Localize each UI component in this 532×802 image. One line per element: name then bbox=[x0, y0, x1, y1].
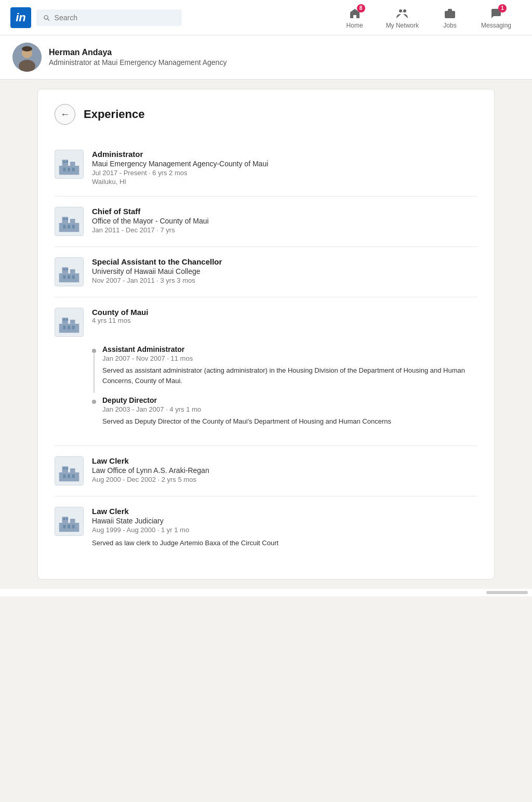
exp-item-law-clerk-judiciary: Law Clerk Hawaii State Judiciary Aug 199… bbox=[55, 496, 477, 559]
svg-rect-46 bbox=[70, 468, 75, 472]
home-badge: 8 bbox=[357, 4, 365, 12]
company-logo-svg bbox=[55, 150, 83, 178]
company-logo-uhmc bbox=[55, 257, 84, 286]
navbar: in 8 Home bbox=[0, 0, 532, 35]
exp-company: Office of the Mayor - County of Maui bbox=[92, 217, 477, 225]
nav-item-messaging[interactable]: 1 Messaging bbox=[471, 6, 522, 29]
svg-rect-56 bbox=[63, 524, 65, 528]
svg-rect-59 bbox=[63, 518, 65, 520]
sub-role-title: Deputy Director bbox=[102, 396, 477, 404]
svg-rect-22 bbox=[72, 225, 75, 229]
exp-dates: Aug 1999 - Aug 2000 · 1 yr 1 mo bbox=[92, 526, 477, 534]
svg-rect-55 bbox=[70, 519, 75, 523]
exp-dates: Nov 2007 - Jan 2011 · 3 yrs 3 mos bbox=[92, 277, 477, 284]
svg-rect-39 bbox=[68, 326, 70, 330]
svg-rect-60 bbox=[66, 518, 68, 520]
svg-rect-37 bbox=[70, 320, 75, 324]
svg-rect-57 bbox=[68, 524, 70, 528]
sub-role-dates: Jan 2007 - Nov 2007 · 11 mos bbox=[102, 354, 477, 362]
svg-rect-29 bbox=[63, 275, 65, 279]
sub-role-deputy-director: Deputy Director Jan 2003 - Jan 2007 · 4 … bbox=[92, 396, 477, 427]
county-name: County of Maui bbox=[92, 308, 148, 317]
svg-rect-20 bbox=[63, 225, 65, 229]
company-logo-svg-6 bbox=[55, 507, 83, 535]
svg-rect-21 bbox=[68, 225, 70, 229]
exp-dates: Jul 2017 - Present · 6 yrs 2 mos bbox=[92, 169, 477, 177]
svg-rect-31 bbox=[72, 275, 75, 279]
exp-role: Administrator bbox=[92, 150, 477, 159]
exp-company: Hawaii State Judiciary bbox=[92, 517, 477, 525]
svg-rect-12 bbox=[68, 168, 70, 172]
svg-rect-49 bbox=[72, 474, 75, 478]
exp-dates: Aug 2000 - Dec 2002 · 2 yrs 5 mos bbox=[92, 476, 477, 483]
sub-role-desc: Served as Deputy Director of the County … bbox=[102, 416, 477, 427]
svg-rect-28 bbox=[70, 269, 75, 273]
nav-label-messaging: Messaging bbox=[481, 22, 511, 29]
exp-item-county-group: County of Maui 4 yrs 11 mos Assistant Ad… bbox=[55, 297, 477, 446]
exp-item-law-clerk-araki: Law Clerk Law Office of Lynn A.S. Araki-… bbox=[55, 446, 477, 496]
nav-item-my-network[interactable]: My Network bbox=[376, 6, 429, 29]
exp-dates: Jan 2011 - Dec 2017 · 7 yrs bbox=[92, 226, 477, 234]
exp-item-special-assistant: Special Assistant to the Chancellor Univ… bbox=[55, 247, 477, 297]
svg-rect-24 bbox=[66, 218, 68, 220]
avatar-image bbox=[12, 43, 42, 72]
profile-header: Herman Andaya Administrator at Maui Emer… bbox=[0, 35, 532, 80]
svg-rect-48 bbox=[68, 474, 70, 478]
svg-point-6 bbox=[22, 46, 32, 51]
experience-title: Experience bbox=[84, 108, 144, 121]
search-bar[interactable] bbox=[36, 9, 182, 26]
logo-text: in bbox=[16, 11, 26, 24]
nav-label-jobs: Jobs bbox=[443, 22, 456, 29]
exp-role: Law Clerk bbox=[92, 456, 477, 465]
exp-content-admin-mema: Administrator Maui Emergency Management … bbox=[92, 150, 477, 186]
scrollbar-area bbox=[0, 589, 532, 596]
exp-role: Special Assistant to the Chancellor bbox=[92, 257, 477, 266]
exp-role: Law Clerk bbox=[92, 507, 477, 516]
svg-point-5 bbox=[19, 60, 35, 72]
nav-icons: 8 Home My Network bbox=[334, 6, 522, 29]
back-arrow-icon: ← bbox=[60, 109, 70, 120]
sub-role-dates: Jan 2003 - Jan 2007 · 4 yrs 1 mo bbox=[102, 405, 477, 413]
exp-content-law-clerk-araki: Law Clerk Law Office of Lynn A.S. Araki-… bbox=[92, 456, 477, 484]
svg-rect-42 bbox=[66, 319, 68, 321]
exp-role: Chief of Staff bbox=[92, 207, 477, 216]
svg-rect-58 bbox=[72, 524, 75, 528]
svg-rect-30 bbox=[68, 275, 70, 279]
sub-role-title: Assistant Administrator bbox=[102, 345, 477, 353]
company-logo-mema bbox=[55, 150, 84, 179]
svg-rect-13 bbox=[72, 168, 75, 172]
svg-rect-50 bbox=[63, 467, 65, 469]
exp-company: University of Hawaii Maui College bbox=[92, 267, 477, 275]
back-button[interactable]: ← bbox=[55, 104, 75, 125]
svg-rect-15 bbox=[66, 161, 68, 163]
search-icon bbox=[43, 14, 50, 22]
experience-list: Administrator Maui Emergency Management … bbox=[55, 139, 477, 558]
profile-info: Herman Andaya Administrator at Maui Emer… bbox=[49, 48, 520, 67]
svg-rect-19 bbox=[70, 219, 75, 223]
company-logo-county bbox=[55, 308, 84, 337]
svg-rect-51 bbox=[66, 467, 68, 469]
exp-item-admin-mema: Administrator Maui Emergency Management … bbox=[55, 139, 477, 196]
svg-rect-33 bbox=[66, 268, 68, 270]
nav-item-home[interactable]: 8 Home bbox=[334, 6, 376, 29]
exp-content-chief: Chief of Staff Office of the Mayor - Cou… bbox=[92, 207, 477, 235]
avatar bbox=[12, 43, 42, 72]
svg-rect-10 bbox=[70, 162, 75, 166]
linkedin-logo[interactable]: in bbox=[10, 7, 31, 28]
svg-rect-32 bbox=[63, 268, 65, 270]
svg-rect-41 bbox=[63, 319, 65, 321]
svg-rect-2 bbox=[445, 11, 455, 18]
search-input[interactable] bbox=[55, 14, 176, 22]
profile-title: Administrator at Maui Emergency Manageme… bbox=[49, 58, 520, 67]
grouped-header-county: County of Maui 4 yrs 11 mos bbox=[55, 308, 477, 337]
svg-rect-47 bbox=[63, 474, 65, 478]
experience-header: ← Experience bbox=[55, 104, 477, 125]
nav-label-home: Home bbox=[347, 22, 363, 29]
scrollbar-thumb[interactable] bbox=[486, 591, 528, 594]
company-logo-mayor bbox=[55, 207, 84, 236]
company-logo-araki bbox=[55, 456, 84, 485]
nav-item-jobs[interactable]: Jobs bbox=[429, 6, 471, 29]
county-info: County of Maui 4 yrs 11 mos bbox=[92, 308, 148, 324]
company-logo-svg-2 bbox=[55, 207, 83, 235]
profile-name: Herman Andaya bbox=[49, 48, 520, 57]
